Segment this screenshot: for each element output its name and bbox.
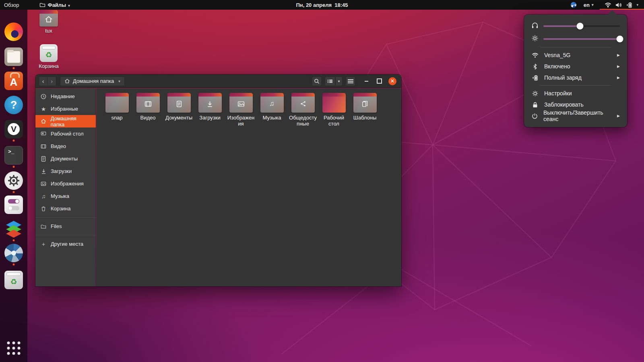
menu-item-lock[interactable]: Заблокировать (531, 100, 620, 109)
close-button[interactable] (388, 77, 396, 85)
power-icon (531, 113, 538, 119)
app-indicator-icon[interactable] (571, 2, 576, 8)
dock (0, 10, 27, 362)
folder-icon (229, 95, 253, 113)
sidebar-item-other-locations[interactable]: + Другие места (35, 238, 96, 250)
menu-item-power[interactable]: Выключить/Завершить сеанс (531, 111, 620, 121)
trash-icon (40, 206, 47, 212)
files-window: ‹ › Домашняя папка ▾ ▾ (35, 74, 401, 286)
activities-label: Обзор (4, 2, 19, 8)
menu-item-settings[interactable]: Настройки (531, 88, 620, 98)
layers-app-icon (4, 220, 23, 238)
list-view-icon (328, 79, 332, 83)
dock-item-ubuntu-software[interactable] (4, 72, 23, 90)
view-options-button[interactable]: ▾ (335, 76, 343, 86)
path-label: Домашняя папка (73, 78, 114, 84)
window-menu-button[interactable] (346, 76, 355, 86)
submenu-arrow-icon (617, 76, 620, 80)
sidebar-item-documents[interactable]: Документы (35, 152, 96, 165)
vivaldi-icon (4, 120, 23, 138)
folder-snap[interactable]: snap (101, 92, 132, 127)
back-button[interactable]: ‹ (39, 76, 47, 86)
folder-music[interactable]: ♫ Музыка (256, 92, 287, 127)
folder-icon (198, 95, 222, 113)
desktop-icon-label: Корзина (33, 63, 64, 69)
dock-item-photos-app[interactable] (4, 244, 23, 262)
forward-button[interactable]: › (47, 76, 56, 86)
brightness-icon (531, 35, 539, 43)
slider-knob[interactable] (577, 23, 584, 30)
dock-item-media-app[interactable] (4, 171, 23, 190)
dock-item-terminal[interactable] (4, 146, 23, 165)
home-icon (64, 78, 70, 84)
folder-icon: ♫ (260, 95, 284, 113)
app-grid-button[interactable] (7, 341, 21, 355)
minimize-button[interactable] (363, 81, 370, 82)
keyboard-layout-label: en (584, 2, 590, 8)
folder-downloads[interactable]: Загрузки (194, 92, 225, 127)
sidebar-item-recent[interactable]: Недавние (35, 90, 96, 103)
folder-videos[interactable]: Видео (132, 92, 163, 127)
clock-icon (40, 94, 47, 99)
dock-item-files[interactable] (4, 47, 23, 66)
folder-icon (291, 95, 315, 113)
folder-public[interactable]: Общедоступные (287, 92, 318, 127)
wifi-label: Vesna_5G (544, 52, 570, 58)
sidebar-item-starred[interactable]: ★ Избранные (35, 103, 96, 115)
download-icon (40, 169, 47, 174)
system-tray-button[interactable]: ▾ (600, 0, 644, 10)
gear-app-icon (4, 171, 23, 190)
desktop-icon-trash[interactable]: Корзина (33, 44, 64, 69)
search-button[interactable] (312, 76, 322, 86)
dock-item-trash[interactable] (4, 271, 23, 289)
slider-knob[interactable] (617, 36, 623, 43)
submenu-arrow-icon (617, 53, 620, 57)
folder-documents[interactable]: Документы (163, 92, 194, 127)
desktop-icon-tux[interactable]: tux (33, 12, 64, 34)
maximize-button[interactable] (376, 78, 383, 84)
wifi-icon (605, 2, 611, 8)
running-indicator (13, 191, 15, 193)
menu-item-battery[interactable]: Полный заряд (531, 73, 620, 82)
app-menu-button[interactable]: Файлы (35, 0, 74, 10)
terminal-icon (4, 146, 23, 165)
search-icon (314, 78, 320, 84)
sidebar-item-music[interactable]: ♫ Музыка (35, 190, 96, 202)
clock-label: Пн, 20 апреля 18:45 (296, 2, 348, 8)
sidebar-item-downloads[interactable]: Загрузки (35, 165, 96, 177)
dock-item-layers-app[interactable] (4, 220, 23, 238)
sidebar-item-trash[interactable]: Корзина (35, 202, 96, 215)
dock-item-firefox[interactable] (4, 23, 23, 41)
volume-slider[interactable] (543, 25, 620, 27)
submenu-arrow-icon (617, 64, 620, 68)
dock-item-help[interactable] (4, 96, 23, 114)
sidebar-item-pictures[interactable]: Изображения (35, 177, 96, 190)
image-icon (40, 181, 47, 186)
sidebar-item-videos[interactable]: Видео (35, 140, 96, 152)
folder-pictures[interactable]: Изображения (225, 92, 256, 127)
view-mode-button[interactable] (325, 76, 335, 86)
menu-item-bluetooth[interactable]: Включено (531, 62, 620, 71)
headphones-icon (531, 22, 539, 31)
running-indicator (13, 67, 15, 69)
plus-icon: + (40, 241, 47, 247)
wifi-icon (531, 53, 539, 58)
sidebar-item-desktop[interactable]: Рабочий стол (35, 128, 96, 140)
chevron-down-icon: ▾ (592, 3, 594, 7)
sidebar-item-files-bookmark[interactable]: Files (35, 220, 96, 232)
activities-button[interactable]: Обзор (0, 0, 23, 10)
dock-item-vivaldi[interactable] (4, 120, 23, 138)
folder-icon (136, 95, 160, 113)
popover-arrow (607, 10, 617, 15)
sidebar-item-home[interactable]: Домашняя папка (35, 115, 96, 128)
app-menu-label: Файлы (48, 2, 70, 8)
keyboard-indicator[interactable]: en ▾ (584, 2, 594, 8)
folder-desktop[interactable]: Рабочий стол (318, 92, 349, 127)
dock-item-settings[interactable] (4, 195, 23, 214)
folder-templates[interactable]: Шаблоны (349, 92, 380, 127)
clock-button[interactable]: Пн, 20 апреля 18:45 (292, 0, 352, 10)
menu-item-wifi[interactable]: Vesna_5G (531, 50, 620, 60)
brightness-slider[interactable] (543, 38, 620, 40)
path-button[interactable]: Домашняя папка ▾ (60, 76, 125, 86)
settings-label: Настройки (544, 90, 572, 97)
